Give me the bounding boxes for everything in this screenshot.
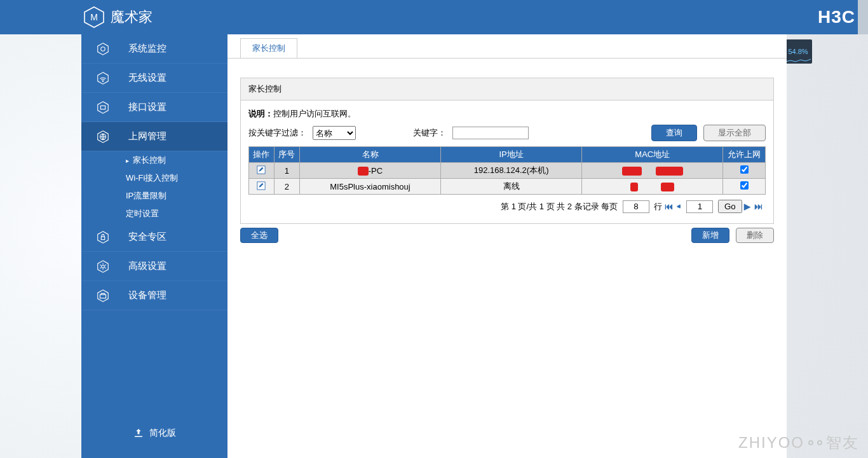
allow-checkbox[interactable]	[740, 165, 749, 174]
tab-bar: 家长控制	[227, 34, 787, 59]
nav-internet-mgmt[interactable]: 上网管理	[81, 122, 227, 151]
delete-button[interactable]: 删除	[736, 228, 774, 243]
cpu-usage-value: 54.8%	[788, 48, 808, 55]
allow-checkbox[interactable]	[740, 181, 749, 190]
pager-summary: 第 1 页/共 1 页 共 2 条记录 每页	[501, 202, 618, 211]
wifi-hex-icon	[95, 71, 111, 86]
cell-ip: 192.168.124.2(本机)	[441, 163, 582, 179]
col-ip: IP地址	[441, 147, 582, 163]
content-area: 家长控制 家长控制 说明：控制用户访问互联网。 按关键字过滤： 名称 关键字： …	[227, 34, 787, 458]
top-bar: M 魔术家 H3C	[0, 0, 868, 34]
sidebar: 系统监控 无线设置 接口设置 上网管理 家长控制 Wi-Fi接入控制 IP流量限…	[81, 34, 227, 458]
svg-rect-11	[101, 237, 105, 240]
nav-sub-list: 家长控制 Wi-Fi接入控制 IP流量限制 定时设置	[81, 151, 227, 223]
svg-point-13	[102, 265, 105, 268]
panel-description: 说明：控制用户访问互联网。	[248, 108, 766, 120]
cell-mac: DC:0 D:D0 E	[582, 163, 723, 179]
svg-marker-2	[98, 43, 109, 54]
port-hex-icon	[95, 100, 111, 115]
cell-name: MI5sPlus-xiaomishouj	[299, 179, 440, 195]
globe-hex-icon	[95, 129, 111, 144]
keyword-label: 关键字：	[413, 127, 446, 139]
per-page-input[interactable]	[623, 200, 649, 213]
col-name: 名称	[299, 147, 440, 163]
col-mac: MAC地址	[582, 147, 723, 163]
cell-idx: 1	[274, 163, 299, 179]
panel-title: 家长控制	[241, 78, 773, 101]
svg-rect-7	[100, 106, 105, 109]
watermark-en: ZHIYOO	[738, 434, 804, 452]
cell-name: hx-PC	[299, 163, 440, 179]
nav-system-monitor[interactable]: 系统监控	[81, 34, 227, 64]
dot-icon	[817, 440, 822, 445]
show-all-button[interactable]: 显示全部	[703, 125, 766, 141]
pagination: 第 1 页/共 1 页 共 2 条记录 每页 行 ⏮ ◀ Go ▶ ⏭	[248, 195, 766, 216]
col-allow: 允许上网	[723, 147, 766, 163]
select-all-button[interactable]: 全选	[240, 228, 278, 243]
svg-point-3	[101, 46, 105, 50]
watermark-cn: 智友	[826, 433, 859, 453]
cell-idx: 2	[274, 179, 299, 195]
svg-marker-6	[98, 101, 109, 113]
nav-label: 无线设置	[128, 72, 166, 84]
sub-parental-control[interactable]: 家长控制	[126, 151, 227, 169]
sidebar-footer-label: 简化版	[149, 427, 176, 438]
query-button[interactable]: 查询	[651, 125, 697, 141]
rows-label: 行	[654, 202, 662, 211]
nav-wireless[interactable]: 无线设置	[81, 64, 227, 93]
nav-security[interactable]: 安全专区	[81, 223, 227, 252]
gear-hex-icon	[95, 41, 111, 57]
scrollbar-gutter[interactable]	[858, 0, 868, 34]
cpu-usage-badge: 54.8%	[784, 39, 812, 64]
table-row: 2 MI5sPlus-xiaomishouj 离线 A :F9	[249, 179, 766, 195]
sub-timer[interactable]: 定时设置	[126, 205, 227, 223]
go-button[interactable]: Go	[718, 200, 742, 213]
cog-hex-icon	[95, 259, 111, 274]
sub-ip-limit[interactable]: IP流量限制	[126, 187, 227, 205]
cell-ip: 离线	[441, 179, 582, 195]
tab-parental-control[interactable]: 家长控制	[240, 38, 297, 58]
lock-hex-icon	[95, 230, 111, 245]
page-input[interactable]	[686, 200, 713, 213]
action-row: 全选 新增 删除	[240, 228, 774, 243]
panel-parental-control: 家长控制 说明：控制用户访问互联网。 按关键字过滤： 名称 关键字： 查询 显示…	[240, 78, 774, 224]
toolbox-hex-icon	[95, 288, 111, 303]
edit-icon[interactable]	[257, 183, 266, 192]
brand-right: H3C	[818, 7, 855, 27]
nav-label: 上网管理	[128, 130, 166, 142]
nav-interface[interactable]: 接口设置	[81, 93, 227, 122]
filter-select[interactable]: 名称	[313, 126, 356, 140]
last-page-icon[interactable]: ▶ ⏭	[744, 202, 763, 211]
brand-name: 魔术家	[111, 8, 153, 27]
nav-advanced[interactable]: 高级设置	[81, 252, 227, 281]
svg-point-5	[102, 80, 103, 81]
svg-marker-14	[98, 289, 109, 301]
add-button[interactable]: 新增	[691, 228, 729, 243]
sidebar-footer[interactable]: 简化版	[81, 415, 227, 458]
svg-marker-4	[98, 72, 109, 83]
svg-marker-10	[98, 231, 109, 242]
nav-device-mgmt[interactable]: 设备管理	[81, 281, 227, 310]
first-page-icon[interactable]: ⏮ ◀	[665, 202, 682, 211]
nav-label: 系统监控	[128, 43, 166, 55]
watermark: ZHIYOO 智友	[738, 433, 859, 453]
edit-icon[interactable]	[257, 167, 266, 176]
svg-text:M: M	[90, 12, 98, 22]
dot-icon	[808, 440, 813, 445]
desc-text: 控制用户访问互联网。	[273, 109, 356, 118]
cell-mac: A :F9	[582, 179, 723, 195]
brand-left: M 魔术家	[83, 6, 153, 29]
nav-label: 接口设置	[128, 101, 166, 113]
table-row: 1 hx-PC 192.168.124.2(本机) DC:0 D:D0 E	[249, 163, 766, 179]
desc-label: 说明：	[248, 109, 273, 118]
filter-label: 按关键字过滤：	[248, 127, 306, 139]
upload-icon	[133, 427, 144, 439]
nav-label: 设备管理	[128, 289, 166, 302]
sub-wifi-access[interactable]: Wi-Fi接入控制	[126, 169, 227, 187]
brand-hex-icon: M	[83, 6, 105, 29]
keyword-input[interactable]	[452, 127, 529, 139]
filter-row: 按关键字过滤： 名称 关键字： 查询 显示全部	[248, 125, 766, 141]
svg-marker-12	[98, 260, 109, 272]
svg-rect-15	[100, 295, 105, 298]
nav-label: 安全专区	[128, 231, 166, 243]
